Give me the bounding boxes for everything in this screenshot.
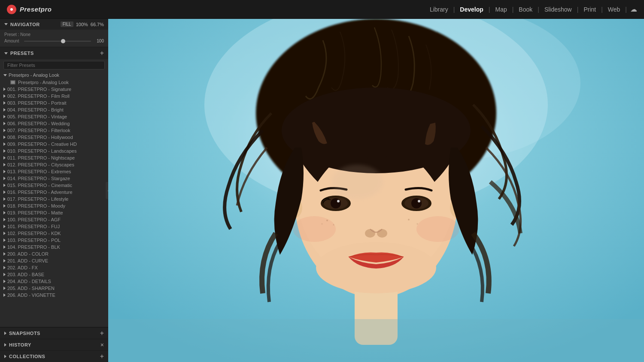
nav-web[interactable]: Web [605,4,624,15]
analog-triangle [3,74,7,76]
svg-point-24 [365,229,375,238]
nav-print[interactable]: Print [580,4,599,15]
preset-label: 009. PRESETPRO - Creative HD [7,142,77,147]
list-item[interactable]: 104. PRESETPRO - BLK [0,244,108,250]
fill-button[interactable]: FILL [61,21,73,27]
svg-point-32 [417,223,418,225]
list-item[interactable]: 001. PRESETPRO - Signature [0,86,108,93]
preset-triangle [3,287,6,290]
amount-row: Amount 100 [4,39,104,43]
preset-triangle [3,211,6,214]
list-item[interactable]: 005. PRESETPRO - Vintage [0,113,108,120]
search-input[interactable] [3,61,105,69]
navigator-section: Navigator FILL 100% 66.7% Preset : None … [0,19,108,47]
list-item[interactable]: 205. ADD - SHARPEN [0,285,108,292]
analog-item-icon [10,80,15,84]
svg-point-18 [331,198,341,208]
preset-label: Preset : None [4,32,104,37]
preset-triangle [3,122,6,125]
list-item[interactable]: 011. PRESETPRO - Nightscape [0,154,108,161]
analog-group-label: Presetpro - Analog Look [9,72,59,78]
svg-point-29 [333,224,334,226]
list-item[interactable]: 203. ADD - BASE [0,271,108,278]
preset-rows: 001. PRESETPRO - Signature002. PRESETPRO… [0,86,108,299]
preset-label: 200. ADD - COLOR [7,251,49,256]
bottom-sections: Snapshots + History × Collections + [0,327,108,362]
svg-point-26 [293,216,336,242]
history-title: History [9,342,31,347]
history-close-button[interactable]: × [100,341,104,348]
list-item[interactable]: 014. PRESETPRO - Stargaze [0,175,108,182]
preset-triangle [3,238,6,242]
nav-map[interactable]: Map [492,4,510,15]
collections-header[interactable]: Collections + [0,350,108,362]
navigator-content: Preset : None Amount 100 [0,30,108,47]
collections-triangle [4,355,6,358]
svg-point-19 [337,200,340,202]
list-item[interactable]: 006. PRESETPRO - Wedding [0,120,108,127]
preset-label: 003. PRESETPRO - Portrait [7,100,67,106]
sidebar-collapse-handle[interactable]: ‹ [106,182,108,199]
list-item[interactable]: 012. PRESETPRO - Cityscapes [0,161,108,168]
list-item[interactable]: 204. ADD - DETAILS [0,278,108,285]
presets-title: Presets [10,51,34,56]
preset-triangle [3,108,6,112]
preset-triangle [3,142,6,146]
list-item[interactable]: 016. PRESETPRO - Adventure [0,189,108,196]
nav-book[interactable]: Book [515,4,536,15]
preset-triangle [3,266,6,269]
presets-header[interactable]: Presets + [0,47,108,59]
amount-slider[interactable] [24,41,91,42]
list-item[interactable]: 010. PRESETPRO - Landscapes [0,148,108,154]
main-photo [108,19,644,362]
list-item[interactable]: 009. PRESETPRO - Creative HD [0,141,108,148]
preset-triangle [3,218,6,221]
list-item[interactable]: 103. PRESETPRO - POL [0,237,108,244]
left-sidebar: Navigator FILL 100% 66.7% Preset : None … [0,19,108,362]
list-item[interactable]: 019. PRESETPRO - Matte [0,209,108,216]
presets-add-button[interactable]: + [100,50,104,57]
snapshots-add-button[interactable]: + [100,330,104,337]
list-item[interactable]: 100. PRESETPRO - AGF [0,216,108,223]
analog-group-header[interactable]: Presetpro - Analog Look [0,71,108,79]
navigator-header[interactable]: Navigator FILL 100% 66.7% [0,19,108,30]
list-item[interactable]: 003. PRESETPRO - Portrait [0,100,108,106]
preset-triangle [3,232,6,235]
list-item[interactable]: 018. PRESETPRO - Moody [0,202,108,209]
list-item[interactable]: 102. PRESETPRO - KDK [0,230,108,237]
list-item[interactable]: 201. ADD - CURVE [0,257,108,264]
preset-triangle [3,136,6,139]
history-header[interactable]: History × [0,339,108,350]
analog-item[interactable]: Presetpro - Analog Look [0,79,108,86]
list-item[interactable]: 015. PRESETPRO - Cinematic [0,182,108,189]
nav-develop[interactable]: Develop [456,4,486,15]
preset-label: 100. PRESETPRO - AGF [7,217,61,222]
nav-library[interactable]: Library [426,4,452,15]
list-item[interactable]: 004. PRESETPRO - Bright [0,106,108,113]
analog-item-label: Presetpro - Analog Look [18,80,69,85]
list-item[interactable]: 013. PRESETPRO - Extremes [0,168,108,175]
preset-label: 018. PRESETPRO - Moody [7,203,65,208]
list-item[interactable]: 008. PRESETPRO - Hollywood [0,134,108,141]
list-item[interactable]: 206. ADD - VIGNETTE [0,292,108,299]
main-layout: Navigator FILL 100% 66.7% Preset : None … [0,19,644,362]
list-item[interactable]: 202. ADD - FX [0,264,108,271]
svg-rect-3 [11,81,15,84]
zoom-100[interactable]: 100% [76,22,88,27]
preset-label: 104. PRESETPRO - BLK [7,244,60,250]
list-item[interactable]: 101. PRESETPRO - FUJ [0,223,108,230]
list-item[interactable]: 200. ADD - COLOR [0,250,108,257]
preset-label: 204. ADD - DETAILS [7,279,51,284]
svg-point-27 [416,216,459,242]
list-item[interactable]: 002. PRESETPRO - Film Roll [0,93,108,100]
nav-slideshow[interactable]: Slideshow [541,4,575,15]
list-item[interactable]: 007. PRESETPRO - Filterlook [0,127,108,134]
preset-label: 007. PRESETPRO - Filterlook [7,128,70,133]
history-triangle [4,343,6,347]
zoom-667[interactable]: 66.7% [91,22,104,27]
preset-triangle [3,156,6,160]
svg-point-31 [408,219,410,220]
collections-add-button[interactable]: + [100,353,104,360]
list-item[interactable]: 017. PRESETPRO - Lifestyle [0,196,108,202]
snapshots-header[interactable]: Snapshots + [0,327,108,339]
